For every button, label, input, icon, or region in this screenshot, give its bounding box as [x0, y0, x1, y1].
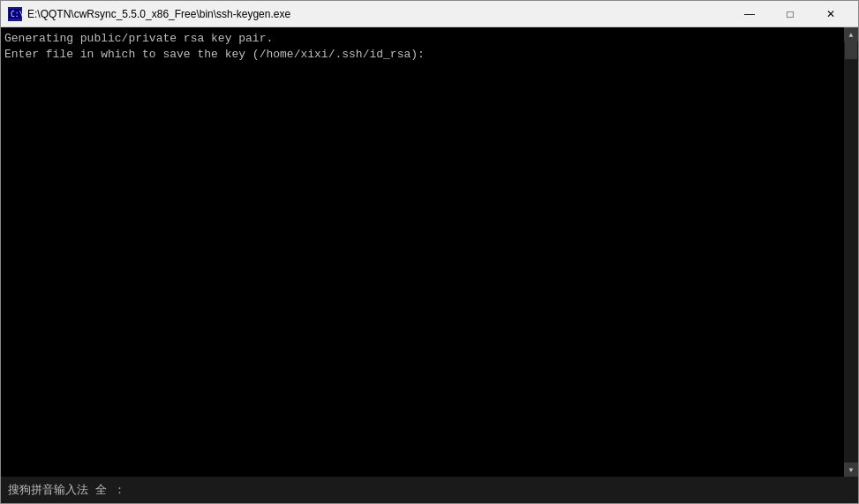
close-button[interactable]: ✕	[810, 1, 851, 27]
title-bar: C:\ E:\QQTN\cwRsync_5.5.0_x86_Free\bin\s…	[1, 1, 858, 27]
console-output: Generating public/private rsa key pair. …	[1, 27, 858, 477]
scrollbar-track[interactable]	[844, 41, 858, 463]
scroll-down-arrow[interactable]: ▼	[844, 463, 858, 477]
scrollbar[interactable]: ▲ ▼	[844, 27, 858, 477]
ime-bar: 搜狗拼音输入法 全 ：	[1, 477, 858, 503]
window-title: E:\QQTN\cwRsync_5.5.0_x86_Free\bin\ssh-k…	[27, 8, 729, 20]
terminal-icon: C:\	[8, 7, 22, 21]
terminal-window: C:\ E:\QQTN\cwRsync_5.5.0_x86_Free\bin\s…	[0, 0, 859, 504]
console-area[interactable]: Generating public/private rsa key pair. …	[1, 27, 858, 477]
svg-text:C:\: C:\	[11, 11, 22, 19]
ime-text: 搜狗拼音输入法 全 ：	[8, 482, 125, 498]
maximize-button[interactable]: □	[770, 1, 810, 27]
console-line-2: Enter file in which to save the key (/ho…	[4, 48, 425, 61]
scroll-up-arrow[interactable]: ▲	[844, 27, 858, 41]
minimize-button[interactable]: —	[729, 1, 770, 27]
window-controls: — □ ✕	[729, 1, 851, 27]
scrollbar-thumb[interactable]	[845, 41, 857, 59]
console-line-1: Generating public/private rsa key pair.	[4, 32, 273, 45]
